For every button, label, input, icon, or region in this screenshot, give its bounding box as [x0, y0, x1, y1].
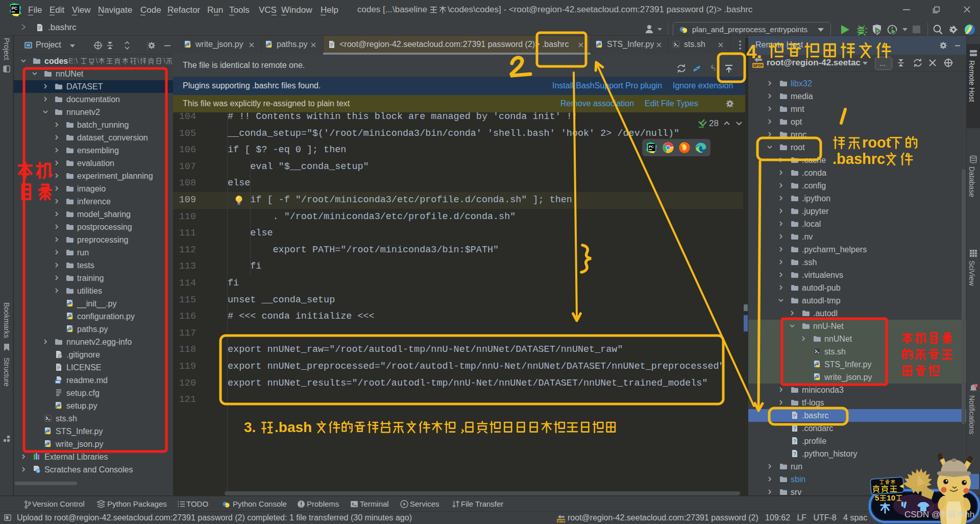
svg-text:10: 10 — [887, 493, 895, 502]
svg-text:hh: hh — [965, 510, 974, 519]
svg-text:5: 5 — [875, 493, 879, 502]
svg-text:CSDN @: CSDN @ — [904, 510, 940, 519]
